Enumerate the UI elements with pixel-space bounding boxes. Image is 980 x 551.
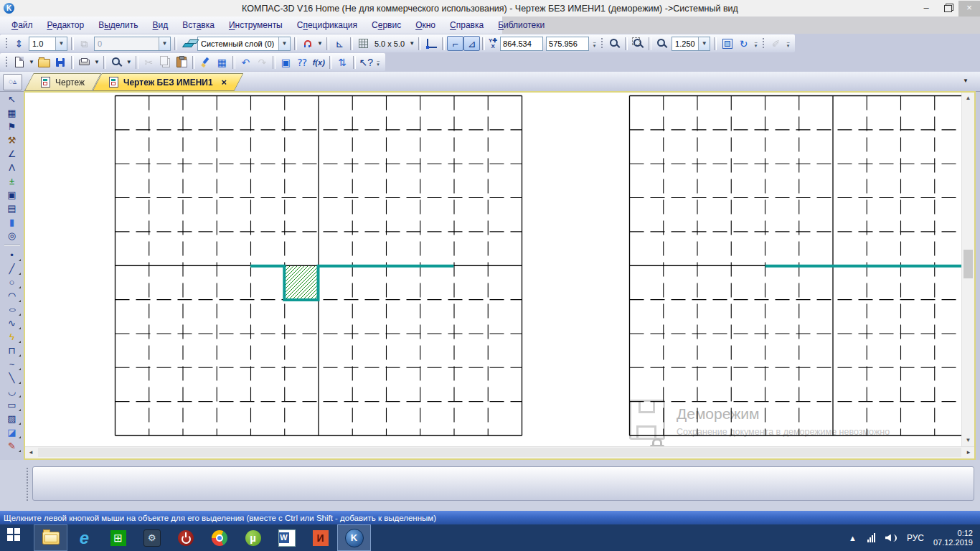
document-tab-1[interactable]: Чертеж bbox=[24, 73, 101, 91]
chamfer-tool-button[interactable]: ╲ bbox=[3, 371, 22, 385]
layer-number-combo[interactable]: 0▼ bbox=[94, 37, 171, 51]
zoom-combo[interactable]: 1.250▼ bbox=[672, 37, 710, 51]
horizontal-scroll-thumb[interactable] bbox=[38, 448, 961, 457]
property-bar-grip[interactable] bbox=[26, 467, 29, 501]
fillet-tool-button[interactable]: ◡ bbox=[3, 385, 22, 398]
taskbar-ie-button[interactable]: e bbox=[67, 524, 101, 551]
taskbar-word-button[interactable] bbox=[270, 524, 303, 551]
taskbar-kompas-button[interactable]: K bbox=[337, 524, 371, 551]
toolbar-overflow-button[interactable]: –▾ bbox=[752, 37, 760, 50]
redo-button[interactable]: ↷ bbox=[254, 55, 270, 70]
ellipse-tool-button[interactable]: ○ bbox=[3, 303, 22, 316]
tab-close-button[interactable]: × bbox=[222, 77, 227, 88]
zoom-fit-button[interactable] bbox=[719, 36, 735, 51]
grid-button[interactable] bbox=[355, 36, 372, 51]
snap-button[interactable] bbox=[299, 36, 316, 51]
preview-button[interactable] bbox=[108, 55, 125, 70]
toolbar-overflow-button[interactable]: –▾ bbox=[784, 37, 792, 50]
tray-expand-icon[interactable]: ▲ bbox=[849, 534, 857, 542]
menu-редактор[interactable]: Редактор bbox=[40, 20, 92, 30]
scroll-right-arrow[interactable]: ▸ bbox=[963, 447, 974, 458]
zoom-area-button[interactable] bbox=[630, 36, 646, 51]
coord-x-field[interactable]: 864.534 bbox=[500, 37, 543, 51]
point-tool-button[interactable]: • bbox=[3, 248, 22, 262]
print-button[interactable] bbox=[76, 55, 93, 70]
format-brush-button[interactable] bbox=[197, 55, 214, 70]
menu-спецификация[interactable]: Спецификация bbox=[290, 20, 364, 30]
taskbar-store-button[interactable]: ⊞ bbox=[101, 524, 135, 551]
rounding-button[interactable]: ⊿ bbox=[463, 36, 480, 51]
close-button[interactable]: × bbox=[958, 1, 980, 17]
layer-shift-button[interactable]: ⧉ bbox=[76, 36, 93, 51]
measure-button[interactable]: ✐ bbox=[768, 36, 784, 51]
step-button[interactable]: ⇕ bbox=[11, 36, 27, 51]
taskbar-power-button[interactable] bbox=[169, 524, 202, 551]
perpendicular-tool-button[interactable]: ∠ bbox=[3, 147, 22, 161]
curve-tool-button[interactable]: ∿ bbox=[3, 316, 22, 330]
save-button[interactable] bbox=[52, 55, 69, 70]
polyline-tool-button[interactable]: ϟ bbox=[3, 330, 22, 344]
layer-number-combo-dropdown[interactable]: ▼ bbox=[159, 37, 170, 50]
paste-button[interactable] bbox=[174, 55, 190, 70]
toolbar-overflow-button[interactable]: –▾ bbox=[590, 37, 598, 50]
volume-icon[interactable] bbox=[885, 534, 897, 542]
dropdown-arrow[interactable]: ▼ bbox=[29, 59, 34, 65]
tab-list-dropdown-button[interactable]: ▼ bbox=[958, 75, 974, 87]
dropdown-arrow[interactable]: ▼ bbox=[409, 40, 415, 47]
open-button[interactable] bbox=[36, 55, 52, 70]
view-rect-tool-button[interactable]: ▮ bbox=[3, 215, 22, 229]
menu-выделить[interactable]: Выделить bbox=[91, 20, 145, 30]
context-help-button[interactable]: ↖? bbox=[358, 55, 374, 70]
step-combo[interactable]: 1.0▼ bbox=[29, 37, 67, 51]
grid-tool-button[interactable]: ▦ bbox=[3, 106, 22, 120]
plus-minus-tool-button[interactable]: ± bbox=[3, 174, 22, 188]
dropdown-arrow[interactable]: ▼ bbox=[94, 59, 100, 65]
refresh-button[interactable]: ↻ bbox=[735, 36, 752, 51]
zoom-combo-dropdown[interactable]: ▼ bbox=[698, 37, 710, 50]
exchange-button[interactable]: ⇅ bbox=[334, 55, 351, 70]
toolbar-grip[interactable] bbox=[5, 56, 9, 68]
measure-tool-button[interactable]: Λ bbox=[3, 161, 22, 174]
copy-button[interactable] bbox=[157, 55, 174, 70]
camera-tool-button[interactable]: ◎ bbox=[3, 229, 22, 242]
dropdown-arrow[interactable]: ▼ bbox=[317, 40, 323, 47]
segment-tool-button[interactable]: ╱ bbox=[3, 262, 22, 276]
zoom-in-button[interactable] bbox=[654, 36, 670, 51]
taskbar-start-button[interactable] bbox=[0, 524, 34, 551]
menu-окно[interactable]: Окно bbox=[408, 20, 443, 30]
properties-button[interactable]: ▦ bbox=[214, 55, 230, 70]
help-docs-button[interactable]: ⁇ bbox=[294, 55, 311, 70]
variables-button[interactable]: f(x) bbox=[311, 55, 327, 70]
coord-y-field[interactable]: 575.956 bbox=[546, 37, 589, 51]
language-indicator[interactable]: РУС bbox=[907, 533, 924, 543]
cut-button[interactable]: ✂ bbox=[141, 55, 157, 70]
toolbar-overflow-button[interactable]: –▾ bbox=[374, 55, 382, 69]
taskbar-chrome-button[interactable] bbox=[202, 524, 236, 551]
horizontal-scrollbar[interactable]: ◂ ▸ bbox=[25, 446, 974, 458]
scroll-down-arrow[interactable]: ▼ bbox=[962, 435, 974, 446]
current-layer-combo[interactable]: Системный слой (0)▼ bbox=[197, 37, 291, 51]
taskbar-orange-app-button[interactable]: И bbox=[303, 524, 337, 551]
toolbar-grip[interactable] bbox=[762, 37, 765, 50]
current-layer-combo-dropdown[interactable]: ▼ bbox=[278, 37, 290, 50]
undo-button[interactable]: ↶ bbox=[237, 55, 254, 70]
taskbar-devices-button[interactable]: ⚙ bbox=[135, 524, 169, 551]
new-button[interactable] bbox=[11, 55, 27, 70]
angle-snap-button[interactable]: ⊾ bbox=[331, 36, 348, 51]
arc-tool-button[interactable]: ◠ bbox=[3, 289, 22, 303]
compact-panel-button[interactable]: ◌▵ bbox=[3, 74, 22, 90]
toolbar-grip[interactable] bbox=[5, 37, 9, 50]
menu-сервис[interactable]: Сервис bbox=[364, 20, 408, 30]
hatch-tool-button[interactable]: ▨ bbox=[3, 412, 22, 425]
scroll-up-arrow[interactable]: ▲ bbox=[962, 93, 974, 104]
menu-библиотеки[interactable]: Библиотеки bbox=[491, 20, 552, 30]
restore-button[interactable] bbox=[937, 1, 958, 17]
vertical-scrollbar[interactable]: ▲ ▼ bbox=[961, 93, 974, 446]
brush-tool-button[interactable]: ✎ bbox=[3, 439, 22, 453]
scroll-left-arrow[interactable]: ◂ bbox=[25, 447, 37, 458]
document-tab-2[interactable]: Чертеж БЕЗ ИМЕНИ1× bbox=[93, 73, 243, 91]
step-combo-dropdown[interactable]: ▼ bbox=[55, 37, 67, 50]
edit-tool-button[interactable]: ⚒ bbox=[3, 133, 22, 147]
toolbar-grip[interactable] bbox=[600, 37, 604, 50]
drawing-canvas[interactable]: Деморежим Сохранение документа в демореж… bbox=[25, 93, 961, 446]
